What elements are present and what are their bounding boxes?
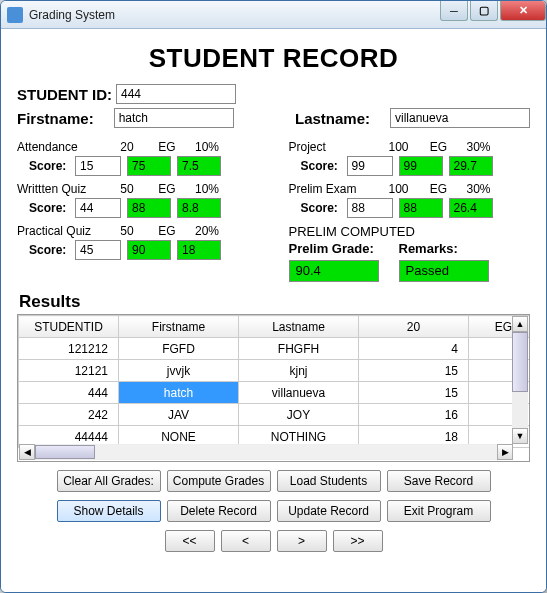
attendance-wt: 7.5 bbox=[177, 156, 221, 176]
prelim-box: Prelim Exam 100 EG 30% Score: 88 26.4 bbox=[289, 182, 531, 218]
scroll-left-icon[interactable]: ◀ bbox=[19, 444, 35, 460]
save-record-button[interactable]: Save Record bbox=[387, 470, 491, 492]
horizontal-scrollbar[interactable]: ◀ ▶ bbox=[19, 444, 513, 460]
table-row[interactable]: 121212FGFDFHGFH420 bbox=[19, 338, 531, 360]
computed-box: PRELIM COMPUTED Prelim Grade: 90.4 Remar… bbox=[289, 224, 531, 282]
compute-grades-button[interactable]: Compute Grades bbox=[167, 470, 271, 492]
lastname-label: Lastname: bbox=[295, 110, 370, 127]
h-scroll-thumb[interactable] bbox=[35, 445, 95, 459]
prelim-computed-label: PRELIM COMPUTED bbox=[289, 224, 531, 239]
written-box: Writtten Quiz 50 EG 10% Score: 88 8.8 bbox=[17, 182, 259, 218]
clear-grades-button[interactable]: Clear All Grades: bbox=[57, 470, 161, 492]
firstname-field[interactable] bbox=[114, 108, 234, 128]
project-wt: 29.7 bbox=[449, 156, 493, 176]
practical-score[interactable] bbox=[75, 240, 121, 260]
written-label: Writtten Quiz bbox=[17, 182, 107, 196]
results-table[interactable]: STUDENTIDFirstnameLastname20EG 121212FGF… bbox=[18, 315, 530, 448]
app-icon bbox=[7, 7, 23, 23]
prelim-score[interactable] bbox=[347, 198, 393, 218]
update-record-button[interactable]: Update Record bbox=[277, 500, 381, 522]
table-header[interactable]: Lastname bbox=[239, 316, 359, 338]
v-scroll-thumb[interactable] bbox=[512, 332, 528, 392]
project-box: Project 100 EG 30% Score: 99 29.7 bbox=[289, 140, 531, 176]
scroll-right-icon[interactable]: ▶ bbox=[497, 444, 513, 460]
practical-eg: 90 bbox=[127, 240, 171, 260]
results-table-wrapper: STUDENTIDFirstnameLastname20EG 121212FGF… bbox=[17, 314, 530, 462]
table-header[interactable]: 20 bbox=[359, 316, 469, 338]
nav-last-button[interactable]: >> bbox=[333, 530, 383, 552]
practical-box: Practical Quiz 50 EG 20% Score: 90 18 bbox=[17, 224, 259, 260]
nav-first-button[interactable]: << bbox=[165, 530, 215, 552]
nav-prev-button[interactable]: < bbox=[221, 530, 271, 552]
firstname-label: Firstname: bbox=[17, 110, 94, 127]
app-window: Grading System ─ ▢ ✕ STUDENT RECORD STUD… bbox=[0, 0, 547, 593]
exit-program-button[interactable]: Exit Program bbox=[387, 500, 491, 522]
load-students-button[interactable]: Load Students bbox=[277, 470, 381, 492]
attendance-box: Attendance 20 EG 10% Score: 75 7.5 bbox=[17, 140, 259, 176]
minimize-button[interactable]: ─ bbox=[440, 1, 468, 21]
nav-next-button[interactable]: > bbox=[277, 530, 327, 552]
practical-label: Practical Quiz bbox=[17, 224, 107, 238]
prelim-grade-value: 90.4 bbox=[289, 260, 379, 282]
project-eg: 99 bbox=[399, 156, 443, 176]
scroll-down-icon[interactable]: ▼ bbox=[512, 428, 528, 444]
student-id-label: STUDENT ID: bbox=[17, 86, 112, 103]
project-label: Project bbox=[289, 140, 379, 154]
scroll-up-icon[interactable]: ▲ bbox=[512, 316, 528, 332]
table-row[interactable]: 242JAVJOY1680 bbox=[19, 404, 531, 426]
show-details-button[interactable]: Show Details bbox=[57, 500, 161, 522]
maximize-button[interactable]: ▢ bbox=[470, 1, 498, 21]
table-row[interactable]: 444hatchvillanueva1575 bbox=[19, 382, 531, 404]
vertical-scrollbar[interactable]: ▲ ▼ bbox=[512, 316, 528, 444]
lastname-field[interactable] bbox=[390, 108, 530, 128]
results-heading: Results bbox=[19, 292, 530, 312]
close-button[interactable]: ✕ bbox=[500, 1, 546, 21]
titlebar: Grading System ─ ▢ ✕ bbox=[1, 1, 546, 29]
attendance-eg: 75 bbox=[127, 156, 171, 176]
student-id-field[interactable] bbox=[116, 84, 236, 104]
prelim-eg: 88 bbox=[399, 198, 443, 218]
attendance-label: Attendance bbox=[17, 140, 107, 154]
practical-wt: 18 bbox=[177, 240, 221, 260]
table-row[interactable]: 12121jvvjkkjnj1575 bbox=[19, 360, 531, 382]
written-eg: 88 bbox=[127, 198, 171, 218]
written-wt: 8.8 bbox=[177, 198, 221, 218]
prelim-grade-label: Prelim Grade: bbox=[289, 241, 379, 256]
attendance-score[interactable] bbox=[75, 156, 121, 176]
prelim-label: Prelim Exam bbox=[289, 182, 379, 196]
remarks-value: Passed bbox=[399, 260, 489, 282]
table-header[interactable]: Firstname bbox=[119, 316, 239, 338]
delete-record-button[interactable]: Delete Record bbox=[167, 500, 271, 522]
written-score[interactable] bbox=[75, 198, 121, 218]
project-score[interactable] bbox=[347, 156, 393, 176]
prelim-wt: 26.4 bbox=[449, 198, 493, 218]
remarks-label: Remarks: bbox=[399, 241, 489, 256]
content-panel: STUDENT RECORD STUDENT ID: Firstname: La… bbox=[1, 29, 546, 592]
table-header[interactable]: STUDENTID bbox=[19, 316, 119, 338]
page-title: STUDENT RECORD bbox=[17, 43, 530, 74]
